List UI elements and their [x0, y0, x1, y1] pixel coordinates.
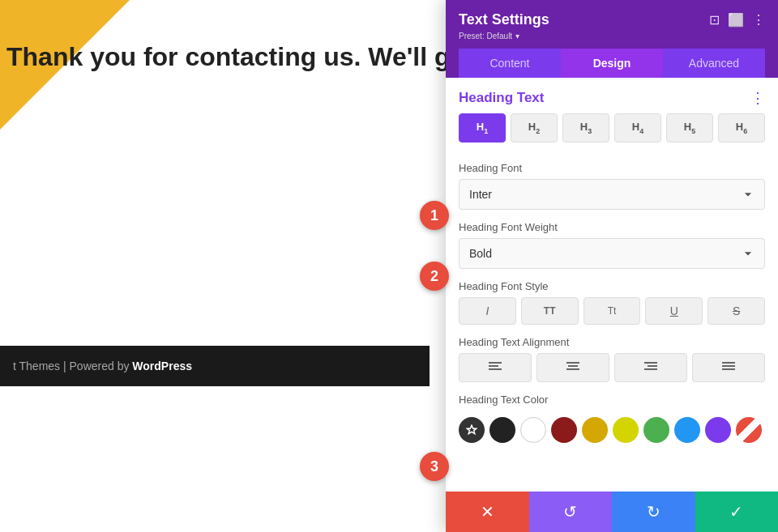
panel-preset[interactable]: Preset: Default ▾	[459, 32, 765, 40]
color-black[interactable]	[489, 417, 515, 443]
page-heading: Thank you for contacting us. We'll ge	[6, 42, 464, 72]
text-align-label: Heading Text Alignment	[446, 336, 778, 353]
panel-header-icons: ⊡ ⬜ ⋮	[709, 12, 765, 28]
action-bar: ✕ ↺ ↻ ✓	[446, 492, 778, 532]
h3-button[interactable]: H3	[562, 113, 609, 143]
uppercase-button[interactable]: TT	[521, 297, 579, 325]
align-left-button[interactable]	[459, 353, 532, 382]
tab-advanced[interactable]: Advanced	[663, 49, 765, 78]
strikethrough-button[interactable]: S	[707, 297, 765, 325]
section-heading-text: Heading Text	[459, 90, 544, 106]
h6-button[interactable]: H6	[718, 113, 765, 143]
underline-button[interactable]: U	[645, 297, 703, 325]
section-heading-row: Heading Text ⋮	[446, 78, 778, 113]
color-picker-button[interactable]	[459, 417, 485, 443]
h1-button[interactable]: H1	[459, 113, 506, 143]
color-none[interactable]	[736, 417, 762, 443]
text-color-label: Heading Text Color	[446, 394, 778, 411]
section-options-icon[interactable]: ⋮	[750, 89, 765, 107]
svg-rect-2	[489, 368, 502, 370]
color-white[interactable]	[520, 417, 546, 443]
redo-button[interactable]: ↻	[612, 492, 695, 532]
svg-rect-1	[489, 365, 498, 367]
h4-button[interactable]: H4	[614, 113, 661, 143]
svg-rect-3	[566, 362, 579, 364]
svg-rect-8	[644, 368, 657, 370]
panel-header-top: Text Settings ⊡ ⬜ ⋮	[459, 11, 765, 28]
save-button[interactable]: ✓	[695, 492, 779, 532]
svg-rect-9	[722, 362, 735, 364]
undo-button[interactable]: ↺	[529, 492, 613, 532]
color-blue[interactable]	[674, 417, 700, 443]
h2-button[interactable]: H2	[511, 113, 558, 143]
color-swatches	[446, 411, 778, 449]
panel-header: Text Settings ⊡ ⬜ ⋮ Preset: Default ▾ Co…	[446, 0, 778, 78]
color-purple[interactable]	[705, 417, 731, 443]
color-yellow[interactable]	[613, 417, 639, 443]
text-settings-panel: Text Settings ⊡ ⬜ ⋮ Preset: Default ▾ Co…	[446, 0, 778, 532]
tab-content[interactable]: Content	[459, 49, 561, 78]
svg-rect-0	[489, 362, 502, 364]
h5-button[interactable]: H5	[666, 113, 713, 143]
align-justify-button[interactable]	[692, 353, 765, 382]
text-align-buttons	[446, 353, 778, 385]
font-style-label: Heading Font Style	[446, 280, 778, 297]
color-dark-red[interactable]	[551, 417, 577, 443]
color-gold[interactable]	[582, 417, 608, 443]
italic-button[interactable]: I	[459, 297, 516, 325]
tab-design[interactable]: Design	[561, 49, 663, 78]
font-select[interactable]: Inter Arial Georgia	[459, 179, 765, 210]
footer-text: t Themes | Powered by WordPress	[13, 360, 192, 372]
step-badge-2: 2	[420, 262, 449, 291]
font-label: Heading Font	[446, 162, 778, 179]
panel-body: Heading Text ⋮ H1 H2 H3 H4 H5 H6 Heading…	[446, 78, 778, 492]
svg-rect-7	[648, 365, 657, 367]
font-weight-select[interactable]: Bold Normal Light 900	[459, 238, 765, 269]
expand-icon[interactable]: ⬜	[728, 12, 744, 28]
svg-rect-11	[722, 368, 735, 370]
minimize-icon[interactable]: ⊡	[709, 12, 720, 28]
svg-rect-5	[566, 368, 579, 370]
panel-tabs: Content Design Advanced	[459, 49, 765, 78]
footer-bar: t Themes | Powered by WordPress	[0, 346, 430, 386]
more-icon[interactable]: ⋮	[752, 12, 765, 28]
step-badge-3: 3	[420, 452, 449, 481]
svg-rect-10	[722, 365, 735, 367]
capitalize-button[interactable]: Tt	[584, 297, 641, 325]
heading-level-buttons: H1 H2 H3 H4 H5 H6	[446, 113, 778, 154]
font-style-buttons: I TT Tt U S	[446, 297, 778, 328]
align-right-button[interactable]	[614, 353, 687, 382]
svg-rect-4	[568, 365, 578, 367]
font-weight-label: Heading Font Weight	[446, 221, 778, 238]
panel-title: Text Settings	[459, 11, 549, 28]
cancel-button[interactable]: ✕	[446, 492, 529, 532]
svg-rect-6	[644, 362, 657, 364]
color-green[interactable]	[643, 417, 669, 443]
step-badge-1: 1	[420, 201, 449, 230]
align-center-button[interactable]	[536, 353, 609, 382]
